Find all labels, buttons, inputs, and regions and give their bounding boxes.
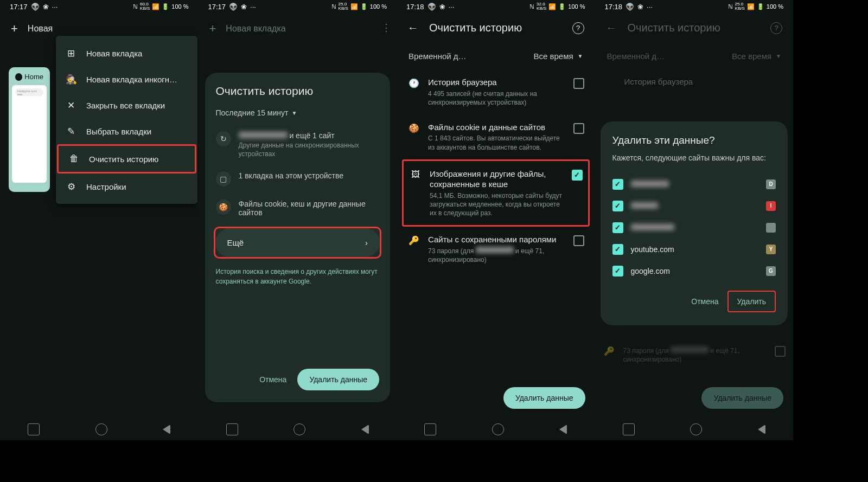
page-title: Очистить историю xyxy=(429,22,561,34)
site-item[interactable]: ✓D xyxy=(612,173,776,195)
overflow-icon[interactable]: ⋮ xyxy=(381,22,391,34)
new-tab-icon: ⊞ xyxy=(66,48,76,59)
cookie-icon: 🍪 xyxy=(216,200,231,215)
cancel-button[interactable]: Отмена xyxy=(259,375,286,384)
phone-3: 17:18👽❀··· ℕ32.0KB/S📶🔋100 % ← Очистить и… xyxy=(397,0,595,440)
checkbox[interactable] xyxy=(573,235,584,246)
new-tab-icon[interactable]: + xyxy=(11,22,18,36)
checkbox xyxy=(775,346,786,357)
dialog-subtitle: Кажется, следующие сайты важны для вас: xyxy=(612,153,776,164)
incognito-icon: 🕵 xyxy=(66,74,76,85)
site-item-youtube[interactable]: ✓youtube.comY xyxy=(612,239,776,260)
nav-recents[interactable] xyxy=(424,423,436,435)
phone-1: 17:17👽❀··· ℕ60.0KB/S📶🔋100 % + Новая Home… xyxy=(0,0,199,440)
status-bar: 17:18👽❀··· ℕ25.0KB/S📶🔋100 % xyxy=(595,0,794,13)
delete-data-button-bg: Удалить данные xyxy=(701,387,783,409)
cancel-button[interactable]: Отмена xyxy=(682,292,727,311)
menu-new-tab[interactable]: ⊞Новая вкладка xyxy=(56,40,197,66)
overflow-menu: ⊞Новая вкладка 🕵Новая вкладка инкогн… ✕З… xyxy=(56,36,197,204)
checkbox-checked[interactable]: ✓ xyxy=(572,170,583,181)
header-title: Новая xyxy=(28,24,53,34)
time-range-row: Временной д… Все время▼ xyxy=(598,43,790,69)
nav-back[interactable] xyxy=(559,425,567,434)
nav-home[interactable] xyxy=(492,423,504,435)
checkbox-checked[interactable]: ✓ xyxy=(612,266,623,277)
nav-home[interactable] xyxy=(293,423,305,435)
status-bar: 17:17👽❀··· ℕ60.0KB/S📶🔋100 % xyxy=(0,0,199,13)
gear-icon: ⚙ xyxy=(66,181,76,192)
nav-back[interactable] xyxy=(361,425,369,434)
nav-recents[interactable] xyxy=(28,423,40,435)
tab-card[interactable]: Home Найдите или вве xyxy=(9,67,50,192)
status-time: 17:17 xyxy=(10,3,28,11)
nav-back[interactable] xyxy=(758,425,765,434)
reddit-icon: 👽 xyxy=(31,3,40,11)
more-button[interactable]: Ещё› xyxy=(215,228,380,257)
site-item-google[interactable]: ✓google.comG xyxy=(612,260,776,282)
new-tab-icon[interactable]: + xyxy=(209,22,216,36)
delete-data-button[interactable]: Удалить данные xyxy=(503,387,585,409)
footer-note: История поиска и сведения о других дейст… xyxy=(216,267,380,286)
status-bar: 17:18👽❀··· ℕ32.0KB/S📶🔋100 % xyxy=(397,0,595,13)
checkbox-checked[interactable]: ✓ xyxy=(612,201,623,211)
checkbox-checked[interactable]: ✓ xyxy=(612,179,623,190)
menu-select-tabs[interactable]: ✎Выбрать вкладки xyxy=(56,118,197,144)
clock-icon: 🕐 xyxy=(407,78,420,88)
sheet-title: Очистить историю xyxy=(216,85,380,98)
item-tabs[interactable]: ▢ 1 вкладка на этом устройстве xyxy=(216,165,380,193)
back-icon[interactable]: ← xyxy=(407,22,418,34)
confirm-dialog: Удалить эти данные? Кажется, следующие с… xyxy=(601,121,788,325)
checkbox[interactable] xyxy=(573,123,584,134)
edit-icon: ✎ xyxy=(66,126,76,137)
chevron-down-icon: ▼ xyxy=(291,110,297,116)
row-passwords[interactable]: 🔑 Сайты с сохраненными паролями73 пароля… xyxy=(402,227,590,272)
phone-2: 17:17👽❀··· ℕ25.0KB/S📶🔋100 % + Новая вкла… xyxy=(199,0,397,440)
close-icon: ✕ xyxy=(66,100,76,111)
delete-button[interactable]: Удалить xyxy=(727,291,776,312)
dialog-title: Удалить эти данные? xyxy=(612,134,776,146)
bg-history-title: История браузера xyxy=(598,69,790,94)
chevron-right-icon: › xyxy=(365,238,368,247)
menu-incognito[interactable]: 🕵Новая вкладка инкогн… xyxy=(56,66,197,92)
nav-bar xyxy=(0,419,199,440)
item-cookies[interactable]: 🍪 Файлы cookie, кеш и другие данные сайт… xyxy=(216,193,380,223)
more-button-highlight: Ещё› xyxy=(214,227,382,259)
history-icon: ↻ xyxy=(216,131,231,146)
nav-recents[interactable] xyxy=(226,423,238,435)
image-icon: 🖼 xyxy=(409,170,422,179)
menu-close-all[interactable]: ✕Закрыть все вкладки xyxy=(56,92,197,118)
menu-settings[interactable]: ⚙Настройки xyxy=(56,173,197,200)
phone-4: 17:18👽❀··· ℕ25.0KB/S📶🔋100 % ← Очистить и… xyxy=(595,0,794,440)
site-item[interactable]: ✓I xyxy=(612,195,776,217)
tab-icon: ▢ xyxy=(216,171,231,187)
key-icon: 🔑 xyxy=(407,235,420,246)
page-title: Очистить историю xyxy=(628,22,760,34)
nav-recents[interactable] xyxy=(623,423,635,435)
menu-clear-history[interactable]: 🗑Очистить историю xyxy=(57,144,196,173)
row-passwords-bg: 🔑 73 пароля (для и ещё 71, синхронизиров… xyxy=(597,337,792,371)
help-icon: ? xyxy=(770,22,782,34)
trash-icon: 🗑 xyxy=(68,153,79,164)
tabs-header: + Новая вкладка ⋮ xyxy=(202,13,394,44)
tab-label: Home xyxy=(24,73,43,81)
status-bar: 17:17👽❀··· ℕ25.0KB/S📶🔋100 % xyxy=(199,0,397,13)
item-synced-sites[interactable]: ↻ и ещё 1 сайтДругие данные на синхрониз… xyxy=(216,125,380,165)
checkbox-checked[interactable]: ✓ xyxy=(612,222,623,233)
row-browser-history[interactable]: 🕐 История браузера4 495 записей (не счит… xyxy=(402,69,590,114)
app-icon: ❀ xyxy=(43,3,49,11)
header-title: Новая вкладка xyxy=(226,24,285,34)
nav-home[interactable] xyxy=(690,423,702,435)
clear-history-sheet: Очистить историю Последние 15 минут▼ ↻ и… xyxy=(205,73,391,402)
time-range-dropdown[interactable]: Последние 15 минут▼ xyxy=(216,108,380,117)
checkbox-checked[interactable]: ✓ xyxy=(612,244,623,255)
nav-back[interactable] xyxy=(163,425,170,434)
delete-data-button[interactable]: Удалить данные xyxy=(297,369,379,390)
key-icon: 🔑 xyxy=(603,346,616,356)
checkbox[interactable] xyxy=(573,78,584,89)
site-item[interactable]: ✓ xyxy=(612,217,776,239)
row-cookies[interactable]: 🍪 Файлы cookie и данные сайтовС 1 843 са… xyxy=(402,114,590,159)
nav-home[interactable] xyxy=(95,423,107,435)
row-cached-images[interactable]: 🖼 Изображения и другие файлы, сохраненны… xyxy=(402,159,590,227)
time-range-row[interactable]: Временной д… Все время▼ xyxy=(400,43,592,69)
help-icon[interactable]: ? xyxy=(572,22,584,34)
